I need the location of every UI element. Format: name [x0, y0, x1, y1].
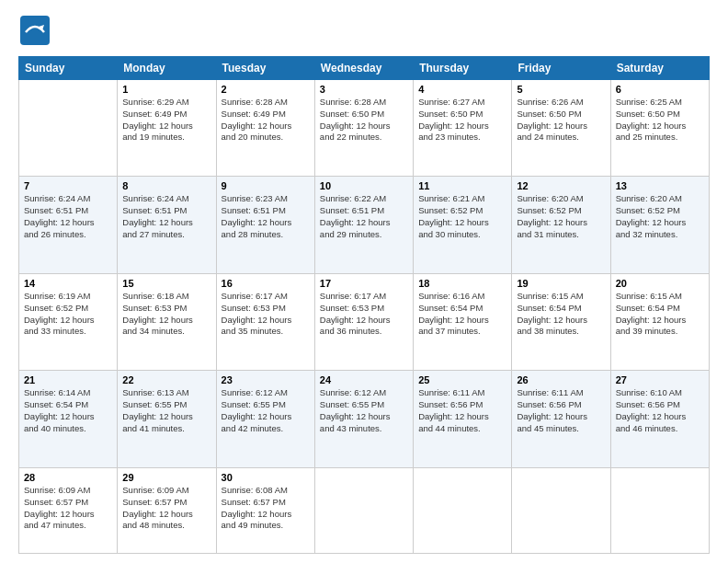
- calendar-cell: 26Sunrise: 6:11 AM Sunset: 6:56 PM Dayli…: [512, 371, 610, 467]
- calendar-cell: 3Sunrise: 6:28 AM Sunset: 6:50 PM Daylig…: [314, 80, 413, 177]
- cell-day-number: 23: [222, 374, 310, 385]
- cell-day-number: 15: [122, 278, 210, 289]
- cell-info: Sunrise: 6:08 AM Sunset: 6:57 PM Dayligh…: [222, 485, 310, 532]
- calendar-cell: 15Sunrise: 6:18 AM Sunset: 6:53 PM Dayli…: [118, 273, 216, 370]
- cell-day-number: 10: [320, 180, 408, 191]
- week-row-2: 7Sunrise: 6:24 AM Sunset: 6:51 PM Daylig…: [19, 177, 710, 273]
- cell-info: Sunrise: 6:11 AM Sunset: 6:56 PM Dayligh…: [418, 387, 506, 434]
- cell-day-number: 19: [517, 278, 605, 289]
- calendar-cell: [512, 467, 610, 553]
- calendar-cell: 27Sunrise: 6:10 AM Sunset: 6:56 PM Dayli…: [610, 371, 709, 467]
- svg-rect-0: [20, 16, 50, 45]
- col-wednesday: Wednesday: [314, 57, 413, 80]
- cell-day-number: 12: [517, 180, 605, 191]
- page: SundayMondayTuesdayWednesdayThursdayFrid…: [0, 0, 728, 563]
- cell-day-number: 26: [517, 374, 605, 385]
- col-thursday: Thursday: [414, 57, 512, 80]
- col-saturday: Saturday: [610, 57, 709, 80]
- calendar-cell: [19, 80, 118, 177]
- cell-day-number: 14: [24, 278, 112, 289]
- col-friday: Friday: [512, 57, 610, 80]
- cell-info: Sunrise: 6:20 AM Sunset: 6:52 PM Dayligh…: [616, 193, 704, 240]
- cell-day-number: 18: [418, 278, 506, 289]
- cell-day-number: 20: [616, 278, 704, 289]
- week-row-5: 28Sunrise: 6:09 AM Sunset: 6:57 PM Dayli…: [19, 467, 710, 553]
- cell-info: Sunrise: 6:09 AM Sunset: 6:57 PM Dayligh…: [24, 485, 112, 532]
- cell-info: Sunrise: 6:21 AM Sunset: 6:52 PM Dayligh…: [418, 193, 506, 240]
- col-monday: Monday: [118, 57, 216, 80]
- cell-info: Sunrise: 6:20 AM Sunset: 6:52 PM Dayligh…: [517, 193, 605, 240]
- calendar-cell: 4Sunrise: 6:27 AM Sunset: 6:50 PM Daylig…: [414, 80, 512, 177]
- cell-info: Sunrise: 6:11 AM Sunset: 6:56 PM Dayligh…: [517, 387, 605, 434]
- cell-info: Sunrise: 6:22 AM Sunset: 6:51 PM Dayligh…: [320, 193, 408, 240]
- cell-info: Sunrise: 6:25 AM Sunset: 6:50 PM Dayligh…: [616, 97, 704, 144]
- calendar-cell: [314, 467, 413, 553]
- calendar-cell: 29Sunrise: 6:09 AM Sunset: 6:57 PM Dayli…: [118, 467, 216, 553]
- calendar-cell: 13Sunrise: 6:20 AM Sunset: 6:52 PM Dayli…: [610, 177, 709, 273]
- cell-info: Sunrise: 6:12 AM Sunset: 6:55 PM Dayligh…: [320, 387, 408, 434]
- cell-day-number: 30: [222, 472, 310, 483]
- cell-info: Sunrise: 6:28 AM Sunset: 6:50 PM Dayligh…: [320, 97, 408, 144]
- cell-info: Sunrise: 6:10 AM Sunset: 6:56 PM Dayligh…: [616, 387, 704, 434]
- cell-info: Sunrise: 6:27 AM Sunset: 6:50 PM Dayligh…: [418, 97, 506, 144]
- calendar-cell: 20Sunrise: 6:15 AM Sunset: 6:54 PM Dayli…: [610, 273, 709, 370]
- calendar-cell: 10Sunrise: 6:22 AM Sunset: 6:51 PM Dayli…: [314, 177, 413, 273]
- calendar-table: SundayMondayTuesdayWednesdayThursdayFrid…: [18, 56, 710, 554]
- cell-day-number: 3: [320, 84, 408, 95]
- cell-day-number: 28: [24, 472, 112, 483]
- cell-day-number: 1: [122, 84, 210, 95]
- calendar-cell: 8Sunrise: 6:24 AM Sunset: 6:51 PM Daylig…: [118, 177, 216, 273]
- col-sunday: Sunday: [19, 57, 118, 80]
- calendar-cell: 17Sunrise: 6:17 AM Sunset: 6:53 PM Dayli…: [314, 273, 413, 370]
- cell-day-number: 6: [616, 84, 704, 95]
- header: [18, 14, 710, 47]
- cell-day-number: 5: [517, 84, 605, 95]
- week-row-4: 21Sunrise: 6:14 AM Sunset: 6:54 PM Dayli…: [19, 371, 710, 467]
- cell-day-number: 2: [222, 84, 310, 95]
- calendar-cell: 11Sunrise: 6:21 AM Sunset: 6:52 PM Dayli…: [414, 177, 512, 273]
- calendar-cell: 7Sunrise: 6:24 AM Sunset: 6:51 PM Daylig…: [19, 177, 118, 273]
- cell-info: Sunrise: 6:18 AM Sunset: 6:53 PM Dayligh…: [122, 291, 210, 338]
- cell-day-number: 7: [24, 180, 112, 191]
- calendar-cell: [610, 467, 709, 553]
- cell-day-number: 8: [122, 180, 210, 191]
- cell-info: Sunrise: 6:17 AM Sunset: 6:53 PM Dayligh…: [320, 291, 408, 338]
- calendar-cell: 22Sunrise: 6:13 AM Sunset: 6:55 PM Dayli…: [118, 371, 216, 467]
- cell-day-number: 21: [24, 374, 112, 385]
- week-row-1: 1Sunrise: 6:29 AM Sunset: 6:49 PM Daylig…: [19, 80, 710, 177]
- cell-info: Sunrise: 6:29 AM Sunset: 6:49 PM Dayligh…: [122, 97, 210, 144]
- cell-info: Sunrise: 6:14 AM Sunset: 6:54 PM Dayligh…: [24, 387, 112, 434]
- calendar-cell: 14Sunrise: 6:19 AM Sunset: 6:52 PM Dayli…: [19, 273, 118, 370]
- calendar-cell: 25Sunrise: 6:11 AM Sunset: 6:56 PM Dayli…: [414, 371, 512, 467]
- cell-day-number: 9: [222, 180, 310, 191]
- cell-info: Sunrise: 6:15 AM Sunset: 6:54 PM Dayligh…: [517, 291, 605, 338]
- calendar-cell: 2Sunrise: 6:28 AM Sunset: 6:49 PM Daylig…: [216, 80, 314, 177]
- cell-day-number: 16: [222, 278, 310, 289]
- calendar-cell: 28Sunrise: 6:09 AM Sunset: 6:57 PM Dayli…: [19, 467, 118, 553]
- cell-info: Sunrise: 6:28 AM Sunset: 6:49 PM Dayligh…: [222, 97, 310, 144]
- calendar-cell: 12Sunrise: 6:20 AM Sunset: 6:52 PM Dayli…: [512, 177, 610, 273]
- cell-info: Sunrise: 6:23 AM Sunset: 6:51 PM Dayligh…: [222, 193, 310, 240]
- cell-info: Sunrise: 6:24 AM Sunset: 6:51 PM Dayligh…: [122, 193, 210, 240]
- cell-info: Sunrise: 6:12 AM Sunset: 6:55 PM Dayligh…: [222, 387, 310, 434]
- calendar-cell: 23Sunrise: 6:12 AM Sunset: 6:55 PM Dayli…: [216, 371, 314, 467]
- col-tuesday: Tuesday: [216, 57, 314, 80]
- cell-info: Sunrise: 6:24 AM Sunset: 6:51 PM Dayligh…: [24, 193, 112, 240]
- calendar-cell: 30Sunrise: 6:08 AM Sunset: 6:57 PM Dayli…: [216, 467, 314, 553]
- cell-day-number: 29: [122, 472, 210, 483]
- cell-info: Sunrise: 6:26 AM Sunset: 6:50 PM Dayligh…: [517, 97, 605, 144]
- cell-day-number: 24: [320, 374, 408, 385]
- logo-icon: [18, 14, 51, 47]
- cell-info: Sunrise: 6:15 AM Sunset: 6:54 PM Dayligh…: [616, 291, 704, 338]
- calendar-cell: 5Sunrise: 6:26 AM Sunset: 6:50 PM Daylig…: [512, 80, 610, 177]
- calendar-cell: 9Sunrise: 6:23 AM Sunset: 6:51 PM Daylig…: [216, 177, 314, 273]
- cell-info: Sunrise: 6:17 AM Sunset: 6:53 PM Dayligh…: [222, 291, 310, 338]
- calendar-cell: [414, 467, 512, 553]
- cell-day-number: 27: [616, 374, 704, 385]
- cell-info: Sunrise: 6:09 AM Sunset: 6:57 PM Dayligh…: [122, 485, 210, 532]
- calendar-cell: 18Sunrise: 6:16 AM Sunset: 6:54 PM Dayli…: [414, 273, 512, 370]
- cell-day-number: 13: [616, 180, 704, 191]
- cell-day-number: 11: [418, 180, 506, 191]
- calendar-cell: 21Sunrise: 6:14 AM Sunset: 6:54 PM Dayli…: [19, 371, 118, 467]
- week-row-3: 14Sunrise: 6:19 AM Sunset: 6:52 PM Dayli…: [19, 273, 710, 370]
